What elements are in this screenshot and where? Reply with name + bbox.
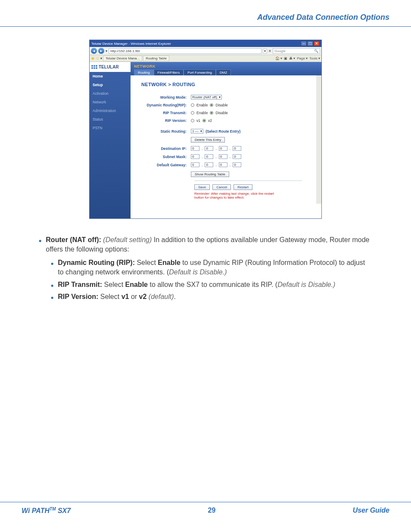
sidebar-item-pstn[interactable]: PSTN bbox=[90, 124, 131, 132]
ip-octet[interactable]: 0 bbox=[205, 162, 213, 167]
ie-window-title: Telular Device Manager - Windows Interne… bbox=[91, 42, 171, 46]
feed-icon[interactable]: ▣ bbox=[284, 56, 287, 60]
maximize-icon[interactable]: □ bbox=[307, 41, 313, 46]
radio-transmit-enable[interactable] bbox=[191, 111, 194, 115]
sidebar-item-administration[interactable]: Administration bbox=[90, 106, 131, 115]
content-area: NETWORK > ROUTING Working Mode: Router (… bbox=[131, 75, 321, 204]
sidebar-item-setup[interactable]: Setup bbox=[90, 81, 131, 89]
label-rip-version: RIP Version: bbox=[141, 118, 191, 123]
ie-tab-strip: ★ ☆ ▾ Telular Device Mana... Routing Tab… bbox=[90, 55, 321, 62]
radio-dyn-enable[interactable] bbox=[191, 103, 194, 107]
main-panel: NETWORK Routing Firewall/Filters Port Fo… bbox=[131, 62, 321, 218]
tools-menu[interactable]: Tools ▾ bbox=[309, 56, 320, 60]
ip-octet[interactable]: 0 bbox=[233, 146, 241, 151]
bullet-icon: • bbox=[51, 294, 53, 302]
browser-tab[interactable]: Routing Table bbox=[143, 56, 169, 61]
tab-port-forwarding[interactable]: Port Forwarding bbox=[184, 69, 216, 75]
label-destination-ip: Destination IP: bbox=[141, 146, 191, 151]
ip-octet[interactable]: 0 bbox=[219, 162, 227, 167]
back-icon[interactable]: ◄ bbox=[91, 48, 97, 54]
ip-octet[interactable]: 0 bbox=[205, 146, 213, 151]
section-band: NETWORK Routing Firewall/Filters Port Fo… bbox=[131, 62, 321, 75]
radio-rip-v2[interactable] bbox=[202, 119, 206, 122]
reminder-text: Reminder: After making last change, clic… bbox=[194, 192, 280, 199]
tab-routing[interactable]: Routing bbox=[134, 69, 154, 75]
logo: TELULAR bbox=[90, 62, 131, 72]
page-number: 29 bbox=[208, 507, 216, 515]
ip-octet[interactable]: 0 bbox=[205, 154, 213, 159]
bullet-icon: • bbox=[51, 260, 53, 277]
footer-left: Wi PATHTM SX7 bbox=[22, 507, 71, 515]
ie-address-bar: ◄ ► ▾ http://192.168.1.90/ ▾ ✕ Google🔍 bbox=[90, 47, 321, 55]
page-header: Advanced Data Connection Options bbox=[0, 0, 411, 27]
browser-tab[interactable]: Telular Device Mana... bbox=[103, 56, 142, 61]
device-manager-app: TELULAR Home Setup Activation Network Ad… bbox=[90, 62, 321, 218]
working-mode-select[interactable]: Router (NAT off) ▾ bbox=[191, 95, 222, 100]
delete-entry-button[interactable]: Delete This Entry bbox=[191, 137, 225, 143]
forward-icon[interactable]: ► bbox=[98, 48, 104, 54]
label-working-mode: Working Mode: bbox=[141, 95, 191, 100]
label-dynamic-routing: Dynamic Routing(RIP): bbox=[141, 103, 191, 107]
ie-titlebar: Telular Device Manager - Windows Interne… bbox=[90, 40, 321, 47]
cancel-button[interactable]: Cancel bbox=[212, 184, 231, 190]
url-input[interactable]: http://192.168.1.90/ bbox=[109, 48, 262, 54]
favorites-icon[interactable]: ★ bbox=[91, 56, 95, 61]
tab-firewall[interactable]: Firewall/Filters bbox=[154, 69, 184, 75]
sidebar-item-status[interactable]: Status bbox=[90, 115, 131, 124]
radio-transmit-disable[interactable] bbox=[210, 111, 213, 115]
close-icon[interactable]: ✕ bbox=[314, 41, 320, 46]
restart-button[interactable]: Restart bbox=[234, 184, 252, 190]
radio-rip-v1[interactable] bbox=[191, 119, 194, 122]
home-icon[interactable]: 🏠 ▾ bbox=[275, 56, 282, 60]
sidebar-item-activation[interactable]: Activation bbox=[90, 89, 131, 98]
sidebar-item-network[interactable]: Network bbox=[90, 98, 131, 106]
ip-octet[interactable]: 0 bbox=[233, 154, 241, 159]
ip-octet[interactable]: 0 bbox=[233, 162, 241, 167]
header-title: Advanced Data Connection Options bbox=[257, 13, 389, 22]
ip-octet[interactable]: 0 bbox=[191, 162, 199, 167]
embedded-screenshot: Telular Device Manager - Windows Interne… bbox=[89, 40, 322, 219]
footer-right: User Guide bbox=[353, 507, 389, 515]
ip-octet[interactable]: 0 bbox=[219, 146, 227, 151]
bullet-icon: • bbox=[51, 282, 53, 289]
route-entry-select[interactable]: 1 — ▾ bbox=[191, 129, 203, 134]
ip-octet[interactable]: 0 bbox=[191, 154, 199, 159]
search-input[interactable]: Google🔍 bbox=[273, 48, 320, 54]
sidebar-item-home[interactable]: Home bbox=[90, 72, 131, 81]
label-rip-transmit: RIP Transmit: bbox=[141, 111, 191, 115]
page-footer: Wi PATHTM SX7 29 User Guide bbox=[0, 502, 411, 519]
sidebar: TELULAR Home Setup Activation Network Ad… bbox=[90, 62, 131, 218]
radio-dyn-disable[interactable] bbox=[210, 103, 213, 107]
tab-dmz[interactable]: DMZ bbox=[216, 69, 231, 75]
minimize-icon[interactable]: – bbox=[301, 41, 307, 46]
select-route-hint: (Select Route Entry) bbox=[206, 129, 240, 134]
document-body: • Router (NAT off): (Default setting) In… bbox=[0, 227, 411, 302]
bullet-icon: • bbox=[39, 237, 41, 255]
add-favorite-icon[interactable]: ☆ bbox=[96, 56, 100, 61]
print-icon[interactable]: 🖶 ▾ bbox=[289, 56, 295, 60]
save-button[interactable]: Save bbox=[194, 184, 210, 190]
label-subnet-mask: Subnet Mask: bbox=[141, 155, 191, 159]
separator bbox=[194, 180, 302, 181]
label-static-routing: Static Routing: bbox=[141, 129, 191, 134]
ip-octet[interactable]: 0 bbox=[219, 154, 227, 159]
breadcrumb: NETWORK > ROUTING bbox=[141, 82, 308, 87]
label-default-gateway: Default Gateway: bbox=[141, 163, 191, 167]
page-menu[interactable]: Page ▾ bbox=[297, 56, 308, 60]
show-routing-table-button[interactable]: Show Routing Table bbox=[191, 171, 229, 177]
section-title: NETWORK bbox=[134, 63, 318, 69]
ip-octet[interactable]: 0 bbox=[191, 146, 199, 151]
